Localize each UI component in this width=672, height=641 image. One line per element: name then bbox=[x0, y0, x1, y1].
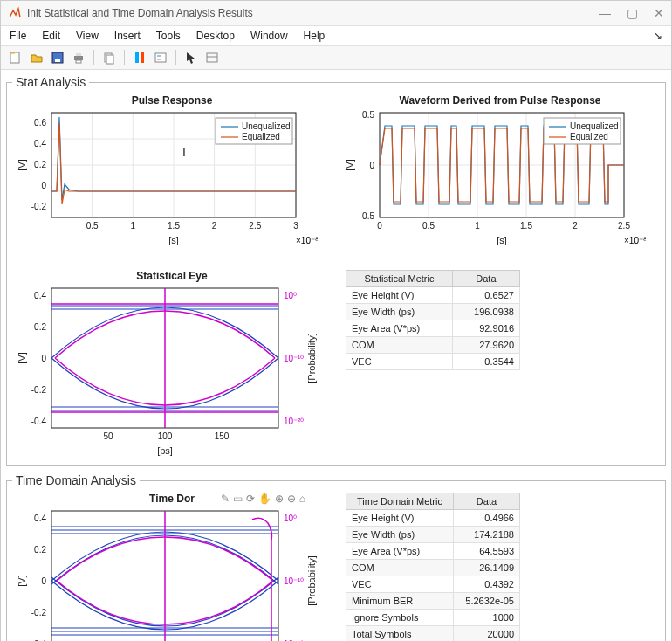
menu-file[interactable]: File bbox=[10, 30, 26, 42]
metric-value: 27.9620 bbox=[452, 337, 519, 354]
svg-text:Equalized: Equalized bbox=[242, 132, 280, 141]
metric-name: COM bbox=[346, 560, 454, 576]
table-row[interactable]: Minimum BER5.2632e-05 bbox=[346, 593, 520, 610]
table-row[interactable]: Eye Height (V)0.6527 bbox=[346, 287, 520, 304]
table-header[interactable]: Data bbox=[452, 271, 519, 287]
copy-icon[interactable] bbox=[101, 50, 117, 65]
table-row[interactable]: VEC0.3544 bbox=[346, 354, 520, 370]
time-table-container: Time Domain Metric Data Eye Height (V)0.… bbox=[340, 493, 660, 641]
datatip-icon[interactable]: ▭ bbox=[233, 493, 243, 505]
brush-icon[interactable]: ✎ bbox=[221, 493, 230, 505]
metric-name: Eye Width (ps) bbox=[346, 304, 453, 320]
axes-toolbar: ✎ ▭ ⟳ ✋ ⊕ ⊖ ⌂ bbox=[221, 493, 305, 505]
table-header[interactable]: Statistical Metric bbox=[346, 271, 453, 287]
table-row[interactable]: Eye Width (ps)174.2188 bbox=[346, 527, 520, 543]
menu-overflow-icon[interactable]: ↘ bbox=[654, 30, 662, 42]
table-row[interactable]: Eye Area (V*ps)64.5593 bbox=[346, 543, 520, 560]
rotate-icon[interactable]: ⟳ bbox=[246, 493, 255, 505]
close-button[interactable]: ✕ bbox=[654, 6, 664, 20]
svg-text:Unequalized: Unequalized bbox=[570, 121, 619, 131]
menu-view[interactable]: View bbox=[76, 30, 99, 42]
pan-icon[interactable]: ✋ bbox=[258, 493, 271, 505]
metric-name: Eye Area (V*ps) bbox=[346, 543, 454, 560]
new-figure-icon[interactable] bbox=[8, 50, 24, 65]
svg-text:2.5: 2.5 bbox=[618, 221, 630, 231]
table-row[interactable]: COM27.9620 bbox=[346, 337, 520, 354]
metric-name: Eye Height (V) bbox=[346, 287, 453, 304]
svg-text:10⁰: 10⁰ bbox=[284, 513, 297, 523]
metric-name: Eye Width (ps) bbox=[346, 527, 454, 543]
metric-name: Eye Area (V*ps) bbox=[346, 320, 453, 337]
svg-text:2: 2 bbox=[573, 221, 578, 231]
svg-text:[Probability]: [Probability] bbox=[306, 555, 317, 605]
svg-text:0: 0 bbox=[369, 161, 374, 170]
svg-rect-8 bbox=[135, 52, 139, 63]
metric-value: 196.0938 bbox=[452, 304, 519, 320]
svg-text:10⁻¹⁰: 10⁻¹⁰ bbox=[284, 354, 304, 363]
svg-text:-0.2: -0.2 bbox=[31, 608, 47, 617]
save-icon[interactable] bbox=[50, 50, 65, 65]
table-row[interactable]: Total Symbols20000 bbox=[346, 626, 520, 642]
colorbar-icon[interactable] bbox=[132, 50, 147, 65]
menu-desktop[interactable]: Desktop bbox=[196, 30, 235, 42]
table-row[interactable]: Eye Area (V*ps)92.9016 bbox=[346, 320, 520, 337]
menu-window[interactable]: Window bbox=[250, 30, 288, 42]
pulse-response-chart[interactable]: Pulse Response bbox=[12, 94, 332, 261]
zoom-in-icon[interactable]: ⊕ bbox=[275, 493, 284, 505]
metric-value: 0.6527 bbox=[452, 287, 519, 304]
table-header[interactable]: Data bbox=[453, 493, 519, 510]
minimize-button[interactable]: — bbox=[599, 6, 611, 20]
menu-help[interactable]: Help bbox=[304, 30, 326, 42]
svg-text:[V]: [V] bbox=[17, 159, 27, 170]
svg-rect-2 bbox=[55, 59, 60, 62]
metric-value: 0.4392 bbox=[453, 576, 519, 593]
print-icon[interactable] bbox=[71, 50, 86, 65]
svg-text:-0.2: -0.2 bbox=[31, 385, 47, 395]
svg-text:Equalized: Equalized bbox=[570, 132, 608, 141]
pointer-icon[interactable] bbox=[183, 50, 199, 65]
svg-rect-10 bbox=[155, 53, 166, 62]
metric-value: 0.4966 bbox=[453, 510, 519, 527]
edit-plot-icon[interactable] bbox=[204, 50, 220, 65]
time-domain-panel: Time Domain Analysis Time Dor ✎ ▭ ⟳ ✋ ⊕ … bbox=[6, 473, 666, 641]
svg-text:[V]: [V] bbox=[345, 159, 355, 170]
time-domain-legend: Time Domain Analysis bbox=[12, 473, 140, 487]
svg-rect-9 bbox=[141, 52, 144, 63]
table-row[interactable]: Eye Width (ps)196.0938 bbox=[346, 304, 520, 320]
metric-value: 1000 bbox=[453, 610, 519, 626]
metric-value: 92.9016 bbox=[452, 320, 519, 337]
table-row[interactable]: Eye Height (V)0.4966 bbox=[346, 510, 520, 527]
menu-tools[interactable]: Tools bbox=[156, 30, 181, 42]
time-domain-eye-chart[interactable]: Time Dor ✎ ▭ ⟳ ✋ ⊕ ⊖ ⌂ bbox=[12, 493, 332, 641]
chart-title: Pulse Response bbox=[12, 94, 332, 107]
svg-text:Unequalized: Unequalized bbox=[242, 121, 291, 131]
table-row[interactable]: COM26.1409 bbox=[346, 560, 520, 576]
svg-text:50: 50 bbox=[103, 431, 113, 441]
svg-text:[Probability]: [Probability] bbox=[306, 333, 317, 383]
metric-name: VEC bbox=[346, 576, 454, 593]
svg-text:I: I bbox=[182, 145, 186, 159]
menu-insert[interactable]: Insert bbox=[114, 30, 141, 42]
table-row[interactable]: Ignore Symbols1000 bbox=[346, 610, 520, 626]
table-row[interactable]: VEC0.4392 bbox=[346, 576, 520, 593]
table-header[interactable]: Time Domain Metric bbox=[346, 493, 454, 510]
open-icon[interactable] bbox=[29, 50, 45, 65]
svg-text:0.2: 0.2 bbox=[34, 545, 46, 555]
metric-name: Total Symbols bbox=[346, 626, 454, 642]
svg-rect-7 bbox=[106, 55, 113, 64]
waveform-chart[interactable]: Waveform Derived from Pulse Response 0.5… bbox=[340, 94, 660, 261]
maximize-button[interactable]: ▢ bbox=[627, 6, 638, 20]
stat-metric-table: Statistical Metric Data Eye Height (V)0.… bbox=[346, 270, 520, 370]
chart-title: Statistical Eye bbox=[12, 270, 332, 282]
svg-text:0.6: 0.6 bbox=[34, 118, 46, 128]
svg-text:0: 0 bbox=[41, 354, 46, 363]
legend-icon[interactable] bbox=[153, 50, 168, 65]
home-icon[interactable]: ⌂ bbox=[299, 493, 305, 505]
titlebar: Init Statistical and Time Domain Analysi… bbox=[1, 1, 671, 26]
zoom-out-icon[interactable]: ⊖ bbox=[287, 493, 296, 505]
menu-edit[interactable]: Edit bbox=[42, 30, 60, 42]
metric-name: COM bbox=[346, 337, 453, 354]
statistical-eye-chart[interactable]: Statistical Eye bbox=[12, 270, 332, 458]
svg-rect-13 bbox=[207, 53, 217, 62]
metric-name: Eye Height (V) bbox=[346, 510, 454, 527]
